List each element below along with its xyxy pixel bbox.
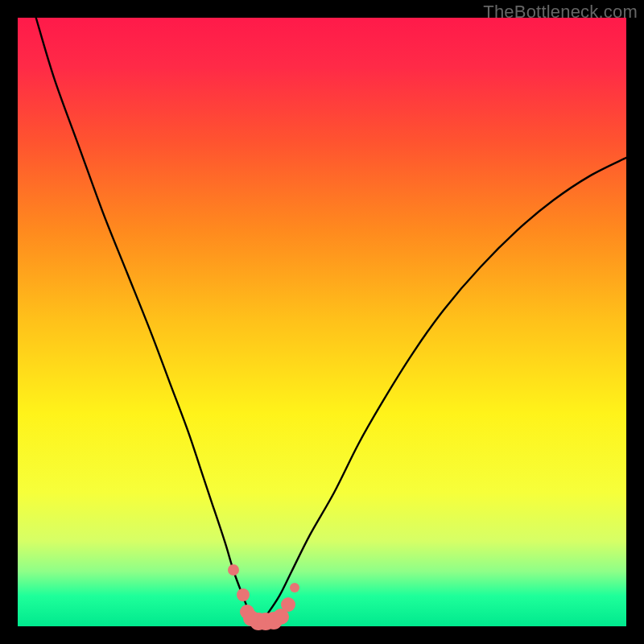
bottleneck-curve [18, 18, 626, 626]
data-marker [237, 588, 250, 601]
watermark-text: TheBottleneck.com [483, 2, 638, 23]
data-marker [290, 583, 299, 592]
chart-frame [18, 18, 626, 626]
data-marker [281, 597, 295, 612]
data-marker [228, 564, 239, 576]
